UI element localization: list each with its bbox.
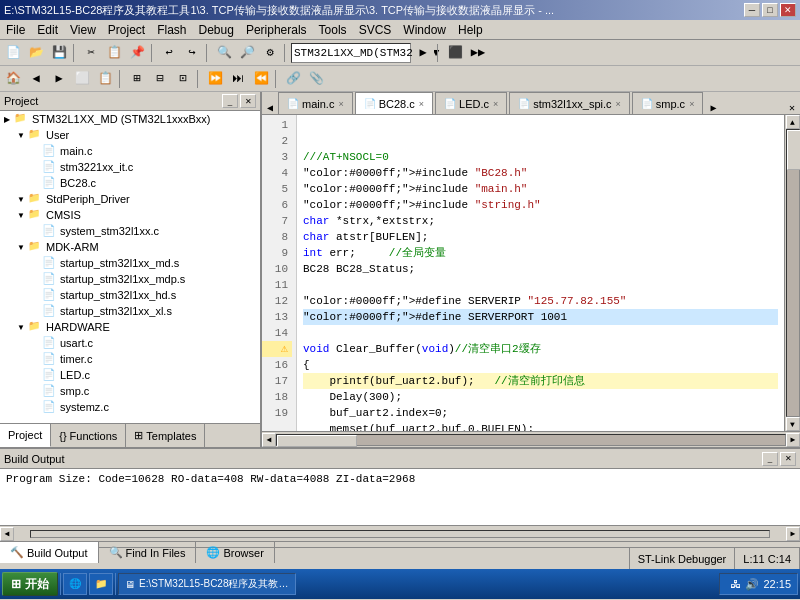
tree-node[interactable]: ▶📁STM32L1XX_MD (STM32L1xxxBxx) bbox=[0, 111, 260, 127]
tree-node[interactable]: 📄startup_stm32l1xx_xl.s bbox=[0, 303, 260, 319]
tree-node[interactable]: 📄system_stm32l1xx.c bbox=[0, 223, 260, 239]
tree-node[interactable]: 📄smp.c bbox=[0, 383, 260, 399]
paste-button[interactable]: 📌 bbox=[126, 42, 148, 64]
tree-node[interactable]: ▼📁User bbox=[0, 127, 260, 143]
tree-node[interactable]: 📄timer.c bbox=[0, 351, 260, 367]
tb-btn2[interactable]: 🔎 bbox=[236, 42, 258, 64]
editor-tab-BC28-c[interactable]: 📄BC28.c× bbox=[355, 92, 433, 114]
editor-tab-close[interactable]: × bbox=[419, 99, 424, 109]
editor-tab-close[interactable]: × bbox=[338, 99, 343, 109]
open-button[interactable]: 📂 bbox=[25, 42, 47, 64]
undo-button[interactable]: ↩ bbox=[158, 42, 180, 64]
tb-btn1[interactable]: 🔍 bbox=[213, 42, 235, 64]
tree-expand-icon[interactable]: ▼ bbox=[14, 243, 28, 252]
menu-item-tools[interactable]: Tools bbox=[313, 21, 353, 39]
minimize-button[interactable]: ─ bbox=[744, 3, 760, 17]
tb2-btn6[interactable]: ⊞ bbox=[126, 68, 148, 90]
hscroll-thumb[interactable] bbox=[277, 435, 357, 447]
maximize-button[interactable]: □ bbox=[762, 3, 778, 17]
bottom-panel-close[interactable]: ✕ bbox=[780, 452, 796, 466]
menu-item-project[interactable]: Project bbox=[102, 21, 151, 39]
tree-node[interactable]: 📄BC28.c bbox=[0, 175, 260, 191]
menu-item-help[interactable]: Help bbox=[452, 21, 489, 39]
tree-node[interactable]: ▼📁HARDWARE bbox=[0, 319, 260, 335]
left-panel-close[interactable]: ✕ bbox=[240, 94, 256, 108]
editor-tabs-right-arrow[interactable]: ▶ bbox=[705, 102, 721, 114]
tb2-btn1[interactable]: 🏠 bbox=[2, 68, 24, 90]
tree-node[interactable]: ▼📁StdPeriph_Driver bbox=[0, 191, 260, 207]
tree-node[interactable]: 📄startup_stm32l1xx_md.s bbox=[0, 255, 260, 271]
tree-node[interactable]: ▼📁MDK-ARM bbox=[0, 239, 260, 255]
editor-tabs-left-arrow[interactable]: ◀ bbox=[262, 102, 278, 114]
tb-btn3[interactable]: ⚙ bbox=[259, 42, 281, 64]
menu-item-flash[interactable]: Flash bbox=[151, 21, 192, 39]
left-panel-minimize[interactable]: _ bbox=[222, 94, 238, 108]
left-tab-templates[interactable]: ⊞ Templates bbox=[126, 424, 205, 447]
tree-node[interactable]: 📄startup_stm32l1xx_hd.s bbox=[0, 287, 260, 303]
tree-expand-icon[interactable]: ▼ bbox=[14, 211, 28, 220]
new-button[interactable]: 📄 bbox=[2, 42, 24, 64]
tb2-btn11[interactable]: ⏪ bbox=[250, 68, 272, 90]
tree-expand-icon[interactable]: ▼ bbox=[14, 131, 28, 140]
tb2-btn4[interactable]: ⬜ bbox=[71, 68, 93, 90]
tb2-btn12[interactable]: 🔗 bbox=[282, 68, 304, 90]
taskbar-window-button[interactable]: 🖥 E:\STM32L15-BC28程序及其教程工具1\3. TCP传输与接收数… bbox=[118, 573, 296, 595]
menu-item-file[interactable]: File bbox=[0, 21, 31, 39]
menu-item-window[interactable]: Window bbox=[397, 21, 452, 39]
tb2-btn7[interactable]: ⊟ bbox=[149, 68, 171, 90]
scroll-down-arrow[interactable]: ▼ bbox=[786, 417, 800, 431]
taskbar-folder-button[interactable]: 📁 bbox=[89, 573, 113, 595]
project-dropdown[interactable]: STM32L1XX_MD(STM32L1b ▼ bbox=[291, 43, 411, 63]
tree-node[interactable]: 📄systemz.c bbox=[0, 399, 260, 415]
tree-expand-icon[interactable]: ▼ bbox=[14, 323, 28, 332]
editor-tab-smp-c[interactable]: 📄smp.c× bbox=[632, 92, 704, 114]
tb2-btn3[interactable]: ▶ bbox=[48, 68, 70, 90]
scroll-up-arrow[interactable]: ▲ bbox=[786, 115, 800, 129]
taskbar-ie-button[interactable]: 🌐 bbox=[63, 573, 87, 595]
menu-item-edit[interactable]: Edit bbox=[31, 21, 64, 39]
tree-node[interactable]: 📄main.c bbox=[0, 143, 260, 159]
left-tab-project[interactable]: Project bbox=[0, 424, 51, 447]
tree-expand-icon[interactable]: ▼ bbox=[14, 195, 28, 204]
copy-button[interactable]: 📋 bbox=[103, 42, 125, 64]
tb2-btn8[interactable]: ⊡ bbox=[172, 68, 194, 90]
cut-button[interactable]: ✂ bbox=[80, 42, 102, 64]
tree-node[interactable]: 📄LED.c bbox=[0, 367, 260, 383]
editor-tab-LED-c[interactable]: 📄LED.c× bbox=[435, 92, 507, 114]
code-content[interactable]: ///AT+NSOCL=0"color:#0000ff;">#include "… bbox=[297, 115, 784, 431]
close-button[interactable]: ✕ bbox=[780, 3, 796, 17]
tree-node[interactable]: 📄startup_stm32l1xx_mdp.s bbox=[0, 271, 260, 287]
menu-item-debug[interactable]: Debug bbox=[193, 21, 240, 39]
tree-node[interactable]: 📄usart.c bbox=[0, 335, 260, 351]
tb-btn4[interactable]: ▶ bbox=[412, 42, 434, 64]
start-button[interactable]: ⊞ 开始 bbox=[2, 572, 58, 596]
tb-btn6[interactable]: ▶▶ bbox=[467, 42, 489, 64]
scroll-left-arrow[interactable]: ◀ bbox=[262, 433, 276, 447]
editor-tab-stm32l1xx_spi-c[interactable]: 📄stm32l1xx_spi.c× bbox=[509, 92, 630, 114]
tb2-btn9[interactable]: ⏩ bbox=[204, 68, 226, 90]
tree-node[interactable]: 📄stm3221xx_it.c bbox=[0, 159, 260, 175]
editor-tab-main-c[interactable]: 📄main.c× bbox=[278, 92, 353, 114]
tb-btn5[interactable]: ⬛ bbox=[444, 42, 466, 64]
tree-expand-icon[interactable]: ▶ bbox=[0, 115, 14, 124]
tb2-btn13[interactable]: 📎 bbox=[305, 68, 327, 90]
editor-tab-close[interactable]: × bbox=[493, 99, 498, 109]
redo-button[interactable]: ↪ bbox=[181, 42, 203, 64]
editor-tab-close[interactable]: × bbox=[616, 99, 621, 109]
editor-tab-close[interactable]: × bbox=[689, 99, 694, 109]
menu-item-peripherals[interactable]: Peripherals bbox=[240, 21, 313, 39]
editor-close-all-button[interactable]: ✕ bbox=[784, 102, 800, 114]
scroll-thumb[interactable] bbox=[787, 130, 801, 170]
bottom-panel-minimize[interactable]: _ bbox=[762, 452, 778, 466]
left-tab-functions[interactable]: {} Functions bbox=[51, 424, 126, 447]
tb2-btn10[interactable]: ⏭ bbox=[227, 68, 249, 90]
scroll-right-arrow[interactable]: ▶ bbox=[786, 433, 800, 447]
save-button[interactable]: 💾 bbox=[48, 42, 70, 64]
bottom-scroll-left[interactable]: ◀ bbox=[0, 527, 14, 541]
menu-item-svcs[interactable]: SVCS bbox=[353, 21, 398, 39]
tb2-btn5[interactable]: 📋 bbox=[94, 68, 116, 90]
bottom-scroll-right[interactable]: ▶ bbox=[786, 527, 800, 541]
menu-item-view[interactable]: View bbox=[64, 21, 102, 39]
tree-node[interactable]: ▼📁CMSIS bbox=[0, 207, 260, 223]
tb2-btn2[interactable]: ◀ bbox=[25, 68, 47, 90]
